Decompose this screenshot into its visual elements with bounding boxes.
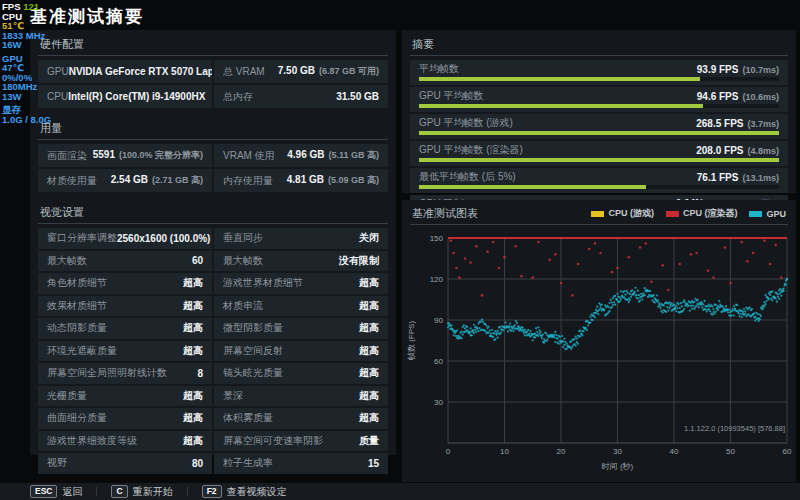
setting-value: 超高 [183,345,203,356]
setting-value: 超高 [183,435,203,446]
svg-text:时间 (秒): 时间 (秒) [602,462,634,471]
restart-button[interactable]: C 重新开始 [111,485,172,499]
summary-value: 76.1 FPS [697,172,739,183]
section-usage: 用量 画面渲染5591(100.0% 完整分辨率)VRAM 使用4.96 GB(… [38,116,388,192]
svg-text:50: 50 [726,447,735,456]
visual-setting-cell: 粒子生成率15 [214,453,388,474]
section-hardware: 硬件配置 GPUNVIDIA GeForce RTX 5070 Laptop G… [38,32,388,108]
summary-row: GPU 平均帧数 (游戏)268.5 FPS(3.7ms) [410,114,788,139]
usage-grid: 画面渲染5591(100.0% 完整分辨率)VRAM 使用4.96 GB(5.1… [38,144,388,192]
back-label: 返回 [62,485,82,499]
svg-text:1.1.122.0 (10993545) [576.88]: 1.1.122.0 (10993545) [576.88] [684,424,785,433]
setting-value: 关闭 [359,232,379,243]
chart-header: 基准测试图表 CPU (游戏) CPU (渲染器) GPU [402,200,796,224]
legend-label: CPU (游戏) [608,207,654,220]
svg-text:20: 20 [557,447,566,456]
svg-text:帧数 (FPS): 帧数 (FPS) [407,321,416,360]
setting-value: 31.50 GB [336,91,379,102]
svg-text:60: 60 [434,357,443,366]
visual-setting-cell: 材质串流超高 [214,296,388,317]
hardware-cell: GPUNVIDIA GeForce RTX 5070 Laptop GPU [38,60,212,83]
setting-value: 超高 [359,412,379,423]
section-visual-settings: 视觉设置 窗口分辨率调整2560x1600 (100.0%)垂直同步关闭最大帧数… [38,200,388,474]
setting-label: 粒子生成率 [223,456,273,470]
legend-item-gpu: GPU [749,209,786,219]
hardware-cell: CPUIntel(R) Core(TM) i9-14900HX [38,85,212,108]
setting-label: 曲面细分质量 [47,411,107,425]
visual-setting-cell: 游戏世界材质细节超高 [214,273,388,294]
usage-cell: 画面渲染5591(100.0% 完整分辨率) [38,144,212,167]
summary-row: GPU 平均帧数94.6 FPS(10.6ms) [410,87,788,112]
summary-bar-track [419,77,779,81]
back-button[interactable]: ESC 返回 [30,485,82,499]
visual-setting-cell: 效果材质细节超高 [38,296,212,317]
setting-value-sub: (100.0% 完整分辨率) [119,150,203,160]
setting-label: 动态阴影质量 [47,321,107,335]
overlay-stat: 1.0G / 8.0G [2,114,51,125]
setting-value-sub: (5.11 GB 高) [328,150,379,160]
visual-setting-cell: 游戏世界细致度等级超高 [38,431,212,452]
setting-label: 视野 [47,456,67,470]
overlay-stat: 121 [23,1,39,12]
visual-setting-cell: 屏幕空间可变速率阴影质量 [214,431,388,452]
setting-value: 2560x1600 (100.0%) [117,233,210,244]
divider [38,139,388,140]
hardware-grid: GPUNVIDIA GeForce RTX 5070 Laptop GPU总 V… [38,60,388,108]
summary-bar-track [419,104,779,108]
summary-rows: 平均帧数93.9 FPS(10.7ms)GPU 平均帧数94.6 FPS(10.… [410,60,788,220]
visual-setting-cell: 窗口分辨率调整2560x1600 (100.0%) [38,228,212,249]
svg-text:120: 120 [430,275,444,284]
section-title-usage: 用量 [38,116,388,139]
setting-label: 游戏世界材质细节 [223,276,303,290]
overlay-stat: 16W [2,39,22,50]
summary-value-sub: (10.7ms) [742,65,779,75]
setting-label: 屏幕空间全局照明射线计数 [47,366,167,380]
visual-setting-cell: 最大帧数没有限制 [214,251,388,272]
summary-label: GPU 平均帧数 (渲染器) [419,143,523,157]
summary-bar [419,77,700,81]
legend-label: GPU [766,209,786,219]
legend-item-cpu-renderer: CPU (渲染器) [666,207,738,220]
overlay-stat: 13W [2,91,22,102]
setting-value: 超高 [359,345,379,356]
summary-row: GPU 平均帧数 (渲染器)208.0 FPS(4.8ms) [410,141,788,166]
svg-text:40: 40 [670,447,679,456]
overlay-line: 16W [2,40,51,50]
visual-setting-cell: 视野80 [38,453,212,474]
summary-panel: 摘要 平均帧数93.9 FPS(10.7ms)GPU 平均帧数94.6 FPS(… [402,30,796,193]
setting-label: 总 VRAM [223,65,265,79]
setting-value: 超高 [359,390,379,401]
video-settings-button[interactable]: F2 查看视频设定 [202,485,287,499]
visual-setting-cell: 垂直同步关闭 [214,228,388,249]
svg-text:60: 60 [783,447,792,456]
chart-legend: CPU (游戏) CPU (渲染器) GPU [591,207,786,220]
summary-value: 208.0 FPS [696,145,743,156]
summary-label: 平均帧数 [419,62,459,76]
overlay-line: 13W [2,92,51,102]
setting-label: 最大帧数 [47,254,87,268]
summary-bar-track [419,131,779,135]
svg-text:10: 10 [500,447,509,456]
summary-label: GPU 平均帧数 (游戏) [419,116,513,130]
setting-value: 超高 [183,322,203,333]
bottom-bar: ESC 返回 C 重新开始 F2 查看视频设定 [0,483,800,500]
section-title-summary: 摘要 [410,32,788,55]
setting-label: 屏幕空间反射 [223,344,283,358]
visual-setting-cell: 屏幕空间反射超高 [214,341,388,362]
setting-label: 内存使用量 [223,174,273,188]
setting-value: 8 [197,368,203,379]
visual-setting-cell: 景深超高 [214,386,388,407]
legend-swatch-cpu-game [591,211,604,217]
setting-label: VRAM 使用 [223,149,275,163]
setting-value: 质量 [359,435,379,446]
video-settings-label: 查看视频设定 [227,485,287,499]
visual-setting-cell: 最大帧数60 [38,251,212,272]
visual-setting-cell: 镜头眩光质量超高 [214,363,388,384]
legend-swatch-cpu-renderer [666,211,679,217]
setting-label: 环境光遮蔽质量 [47,344,117,358]
summary-bar [419,104,703,108]
setting-label: 最大帧数 [223,254,263,268]
divider [96,487,97,496]
setting-label: 效果材质细节 [47,299,107,313]
setting-value: 超高 [183,277,203,288]
